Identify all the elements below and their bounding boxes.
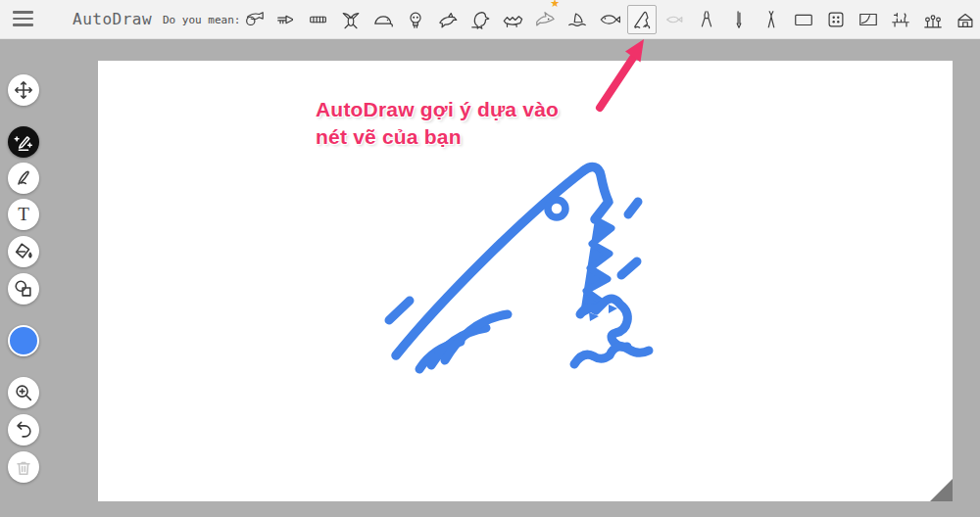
suggestion-strip: ★ [242,0,977,39]
suggestion-tuba-icon[interactable] [242,8,266,31]
annotation-line2: nét vẽ của bạn [316,123,559,151]
canvas-resize-handle[interactable] [929,478,953,501]
suggestion-shark-icon[interactable]: ★ [533,8,557,31]
suggestion-pliers-icon[interactable] [695,8,718,31]
type-tool[interactable]: T [8,199,39,230]
annotation-line1: AutoDraw gợi ý dựa vào [316,96,559,123]
star-icon: ★ [550,0,560,9]
move-icon [13,79,34,101]
drawing-canvas[interactable]: AutoDraw gợi ý dựa vào nét vẽ của bạn [98,61,953,501]
shapes-icon [13,278,34,300]
suggestion-domino-icon[interactable] [824,8,848,31]
suggestion-dolphin-icon[interactable] [436,8,460,31]
magnifier-plus-icon [13,382,34,403]
autodraw-tool[interactable] [8,126,39,158]
suggestion-chisel-icon[interactable] [727,8,751,31]
color-swatch[interactable] [8,325,39,356]
delete-tool[interactable] [8,451,39,483]
select-tool[interactable] [8,74,39,106]
shark-doodle [382,159,676,382]
do-you-mean-label: Do you mean: [163,14,240,26]
text-icon: T [18,204,29,225]
suggestion-harmonica-icon[interactable] [307,8,330,31]
undo-tool[interactable] [8,414,39,446]
undo-icon [13,419,34,441]
suggestion-shark-head-icon[interactable] [627,5,657,34]
suggestion-skull-icon[interactable] [404,8,427,31]
hamburger-menu-icon[interactable] [13,11,33,27]
suggestion-clamp-icon[interactable] [760,8,783,31]
trash-icon [13,456,34,478]
shape-tool[interactable] [8,273,39,305]
suggestion-crocodile-icon[interactable] [501,8,524,31]
suggestion-mouse-icon[interactable] [371,8,395,31]
suggestion-trumpet-icon[interactable] [274,8,298,31]
suggestion-fly-icon[interactable] [339,8,363,31]
suggestion-house-icon[interactable] [954,8,977,31]
suggestion-television-icon[interactable] [792,8,815,31]
magic-pencil-icon [13,131,34,153]
suggestion-small-fish-icon [662,8,686,31]
pencil-icon [13,167,34,189]
suggestion-woodpecker-icon[interactable] [468,8,492,31]
suggestion-picture-frame-icon[interactable] [857,8,880,31]
app-title: AutoDraw [73,10,152,28]
fill-tool[interactable] [8,236,39,267]
top-toolbar: AutoDraw Do you mean: ★ [0,0,980,39]
draw-tool[interactable] [8,163,39,194]
zoom-tool[interactable] [8,377,39,408]
paint-bucket-icon [13,241,34,262]
suggestion-flowers-icon[interactable] [921,8,945,31]
annotation-text: AutoDraw gợi ý dựa vào nét vẽ của bạn [316,96,559,151]
suggestion-bench-icon[interactable] [889,8,912,31]
suggestion-shark-fin-icon[interactable] [565,8,589,31]
suggestion-fish-icon[interactable] [598,8,621,31]
